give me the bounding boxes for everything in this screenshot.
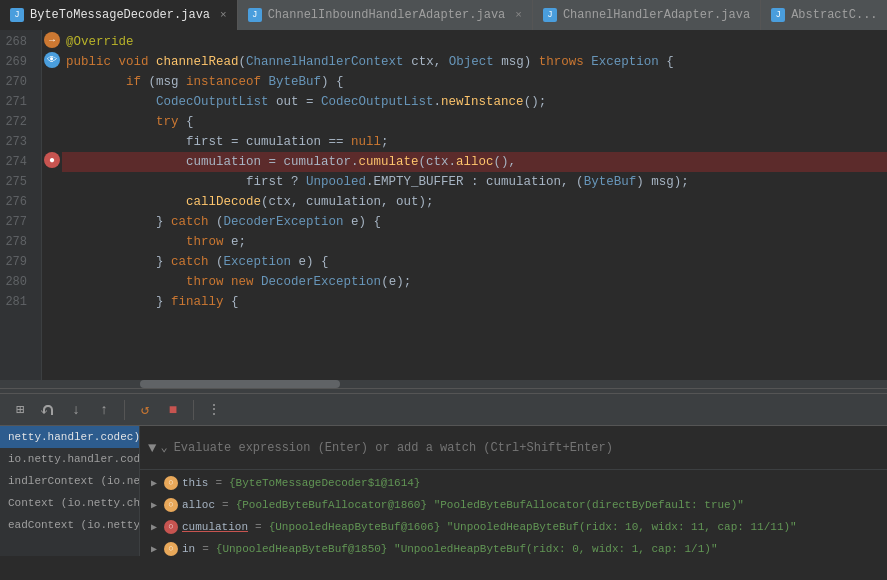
stack-frame-0[interactable]: netty.handler.codec) <box>0 426 139 448</box>
debug-arrow-icon: → <box>44 32 60 48</box>
var-name-alloc: alloc <box>182 499 215 511</box>
var-row-alloc[interactable]: ▶ ○ alloc = {PooledByteBufAllocator@1860… <box>140 494 887 516</box>
tab-icon-3: J <box>543 8 557 22</box>
code-line-276: callDecode(ctx, cumulation, out); <box>62 192 887 212</box>
var-row-in[interactable]: ▶ ○ in = {UnpooledHeapByteBuf@1850} "Unp… <box>140 538 887 556</box>
tab-icon-4: J <box>771 8 785 22</box>
var-eq-alloc: = <box>222 499 229 511</box>
tab-icon-2: J <box>248 8 262 22</box>
tab-close-2[interactable]: × <box>515 9 522 21</box>
line-num-272: 272 <box>0 112 33 132</box>
line-num-275: 275 <box>0 172 33 192</box>
var-name-this: this <box>182 477 208 489</box>
more-button[interactable]: ⋮ <box>202 398 226 422</box>
tab-label-1: ByteToMessageDecoder.java <box>30 8 210 22</box>
step-out-button[interactable]: ↑ <box>92 398 116 422</box>
debug-toolbar: ⊞ ↓ ↑ ↺ ■ ⋮ <box>0 394 887 426</box>
line-num-274: 274 <box>0 152 33 172</box>
stack-frame-2[interactable]: indlerContext (io.netty <box>0 470 139 492</box>
expand-alloc[interactable]: ▶ <box>148 499 160 511</box>
expand-cumulation[interactable]: ▶ <box>148 521 160 533</box>
breakpoint-icon[interactable]: ● <box>44 152 60 168</box>
line-num-279: 279 <box>0 252 33 272</box>
var-eq-cumulation: = <box>255 521 262 533</box>
stack-frame-4-label: eadContext (io.netty. <box>8 519 139 531</box>
code-line-274: cumulation = cumulator.cumulate(ctx.allo… <box>62 152 887 172</box>
step-over-button[interactable] <box>36 398 60 422</box>
filter-dropdown-icon[interactable]: ⌄ <box>160 440 167 455</box>
code-line-277: } catch (DecoderException e) { <box>62 212 887 232</box>
stack-frame-2-label: indlerContext (io.netty <box>8 475 139 487</box>
variables-panel: ▼ ⌄ ▶ ○ this = {ByteToMessageDecoder$1@1… <box>140 426 887 556</box>
code-line-268: @Override <box>62 32 887 52</box>
stack-frame-3-label: Context (io.netty.ch. <box>8 497 139 509</box>
watch-icon: 👁 <box>44 52 60 68</box>
gutter: → 👁 ● <box>42 30 62 380</box>
editor-scrollbar-thumb[interactable] <box>140 380 340 388</box>
tab-close-1[interactable]: × <box>220 9 227 21</box>
var-icon-this: ○ <box>164 476 178 490</box>
grid-button[interactable]: ⊞ <box>8 398 32 422</box>
stack-frame-1-label: io.netty.handler.codec <box>8 453 139 465</box>
var-val-alloc: {PooledByteBufAllocator@1860} "PooledByt… <box>236 499 744 511</box>
code-line-275: first ? Unpooled.EMPTY_BUFFER : cumulati… <box>62 172 887 192</box>
code-content: @Override public void channelRead(Channe… <box>62 30 887 380</box>
code-line-271: CodecOutputList out = CodecOutputList.ne… <box>62 92 887 112</box>
var-row-this[interactable]: ▶ ○ this = {ByteToMessageDecoder$1@1614} <box>140 472 887 494</box>
stack-frame-0-label: netty.handler.codec) <box>8 431 139 443</box>
line-num-268: 268 <box>0 32 33 52</box>
toolbar-separator-2 <box>193 400 194 420</box>
code-line-279: } catch (Exception e) { <box>62 252 887 272</box>
var-row-cumulation[interactable]: ▶ ○ cumulation = {UnpooledHeapByteBuf@16… <box>140 516 887 538</box>
var-icon-alloc: ○ <box>164 498 178 512</box>
editor-scrollbar[interactable] <box>0 380 887 388</box>
line-num-270: 270 <box>0 72 33 92</box>
code-line-281: } finally { <box>62 292 887 312</box>
line-num-281: 281 <box>0 292 33 312</box>
var-name-in: in <box>182 543 195 555</box>
line-num-277: 277 <box>0 212 33 232</box>
stack-frame-4[interactable]: eadContext (io.netty. <box>0 514 139 536</box>
step-into-button[interactable]: ↓ <box>64 398 88 422</box>
expression-bar: ▼ ⌄ <box>140 426 887 470</box>
line-num-273: 273 <box>0 132 33 152</box>
line-num-271: 271 <box>0 92 33 112</box>
rerun-button[interactable]: ↺ <box>133 398 157 422</box>
tab-bytetomessagedecoder[interactable]: J ByteToMessageDecoder.java × <box>0 0 238 30</box>
line-num-280: 280 <box>0 272 33 292</box>
line-numbers: 268 269 270 271 272 273 274 275 276 277 … <box>0 30 42 380</box>
tab-icon-1: J <box>10 8 24 22</box>
tab-channelhandleradapter[interactable]: J ChannelHandlerAdapter.java <box>533 0 761 30</box>
expand-this[interactable]: ▶ <box>148 477 160 489</box>
stop-button[interactable]: ■ <box>161 398 185 422</box>
tab-bar: J ByteToMessageDecoder.java × J ChannelI… <box>0 0 887 30</box>
filter-icon[interactable]: ▼ <box>148 440 156 456</box>
code-editor: 268 269 270 271 272 273 274 275 276 277 … <box>0 30 887 380</box>
expression-input[interactable] <box>174 441 879 455</box>
code-line-273: first = cumulation == null; <box>62 132 887 152</box>
var-val-this: {ByteToMessageDecoder$1@1614} <box>229 477 420 489</box>
var-eq-in: = <box>202 543 209 555</box>
filter-area: ▼ ⌄ <box>148 440 168 456</box>
toolbar-separator-1 <box>124 400 125 420</box>
tab-label-4: AbstractC... <box>791 8 877 22</box>
var-icon-cumulation: ○ <box>164 520 178 534</box>
stack-frame-3[interactable]: Context (io.netty.ch. <box>0 492 139 514</box>
var-val-cumulation: {UnpooledHeapByteBuf@1606} "UnpooledHeap… <box>269 521 797 533</box>
code-line-269: public void channelRead(ChannelHandlerCo… <box>62 52 887 72</box>
code-line-270: if (msg instanceof ByteBuf) { <box>62 72 887 92</box>
stack-frame-1[interactable]: io.netty.handler.codec <box>0 448 139 470</box>
code-line-280: throw new DecoderException(e); <box>62 272 887 292</box>
var-eq-this: = <box>215 477 222 489</box>
expand-in[interactable]: ▶ <box>148 543 160 555</box>
var-name-cumulation: cumulation <box>182 521 248 533</box>
line-num-278: 278 <box>0 232 33 252</box>
code-line-278: throw e; <box>62 232 887 252</box>
debug-variables-panel: netty.handler.codec) io.netty.handler.co… <box>0 426 887 556</box>
var-val-in: {UnpooledHeapByteBuf@1850} "UnpooledHeap… <box>216 543 718 555</box>
var-icon-in: ○ <box>164 542 178 556</box>
tab-abstractc[interactable]: J AbstractC... <box>761 0 887 30</box>
variables-tree: ▶ ○ this = {ByteToMessageDecoder$1@1614}… <box>140 470 887 556</box>
tab-channelinboundhandleradapter[interactable]: J ChannelInboundHandlerAdapter.java × <box>238 0 533 30</box>
code-line-272: try { <box>62 112 887 132</box>
